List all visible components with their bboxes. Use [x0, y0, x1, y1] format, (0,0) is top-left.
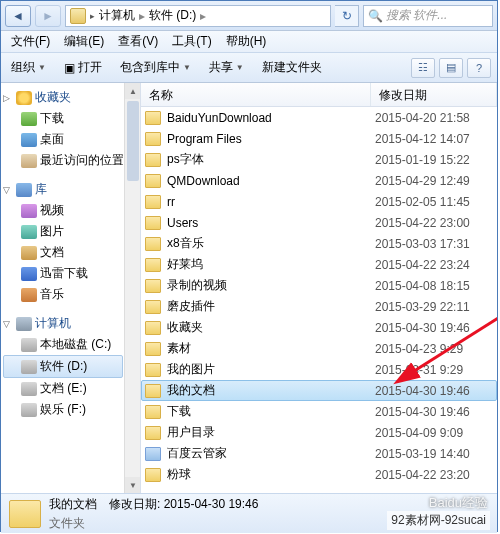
toolbar: 组织▼ ▣打开 包含到库中▼ 共享▼ 新建文件夹 ☷ ▤ ?: [1, 53, 497, 83]
sidebar-item[interactable]: 文档 (E:): [3, 378, 123, 399]
computer-icon: [16, 317, 32, 331]
file-row[interactable]: 收藏夹2015-04-30 19:46: [141, 317, 497, 338]
sidebar-item[interactable]: 图片: [3, 221, 123, 242]
file-row[interactable]: Program Files2015-04-12 14:07: [141, 128, 497, 149]
file-row[interactable]: 我的图片2015-03-31 9:29: [141, 359, 497, 380]
view-mode-button[interactable]: ☷: [411, 58, 435, 78]
file-row[interactable]: 下载2015-04-30 19:46: [141, 401, 497, 422]
folder-icon: [145, 321, 161, 335]
folder-icon: [9, 500, 41, 528]
sidebar-item[interactable]: 本地磁盘 (C:): [3, 334, 123, 355]
file-row[interactable]: Users2015-04-22 23:00: [141, 212, 497, 233]
mus-icon: [21, 288, 37, 302]
menu-file[interactable]: 文件(F): [5, 31, 56, 52]
folder-icon: [145, 132, 161, 146]
status-date: 2015-04-30 19:46: [164, 497, 259, 511]
star-icon: [16, 91, 32, 105]
folder-icon: [145, 195, 161, 209]
file-row[interactable]: QMDownload2015-04-29 12:49: [141, 170, 497, 191]
drv-icon: [21, 338, 37, 352]
file-row[interactable]: x8音乐2015-03-03 17:31: [141, 233, 497, 254]
folder-icon: [145, 426, 161, 440]
breadcrumb-part[interactable]: 计算机: [99, 7, 135, 24]
sidebar-item[interactable]: 桌面: [3, 129, 123, 150]
organize-button[interactable]: 组织▼: [7, 57, 50, 78]
share-button[interactable]: 共享▼: [205, 57, 248, 78]
sidebar-favorites[interactable]: ▷收藏夹: [3, 87, 123, 108]
open-icon: ▣: [64, 61, 75, 75]
sidebar-scrollbar[interactable]: ▲▼: [124, 83, 140, 493]
menubar: 文件(F) 编辑(E) 查看(V) 工具(T) 帮助(H): [1, 31, 497, 53]
desk-icon: [21, 133, 37, 147]
file-row[interactable]: 粉球2015-04-22 23:20: [141, 464, 497, 485]
drive-icon: [70, 8, 86, 24]
file-row[interactable]: 好莱坞2015-04-22 23:24: [141, 254, 497, 275]
file-row[interactable]: 录制的视频2015-04-08 18:15: [141, 275, 497, 296]
include-button[interactable]: 包含到库中▼: [116, 57, 195, 78]
open-button[interactable]: ▣打开: [60, 57, 106, 78]
drv-icon: [21, 403, 37, 417]
folder-icon: [145, 216, 161, 230]
status-name: 我的文档: [49, 496, 97, 513]
sidebar-item[interactable]: 最近访问的位置: [3, 150, 123, 171]
library-icon: [16, 183, 32, 197]
sidebar-item[interactable]: 文档: [3, 242, 123, 263]
file-row[interactable]: 用户目录2015-04-09 9:09: [141, 422, 497, 443]
file-row[interactable]: BaiduYunDownload2015-04-20 21:58: [141, 107, 497, 128]
breadcrumb-part[interactable]: 软件 (D:): [149, 7, 196, 24]
file-row[interactable]: 我的文档2015-04-30 19:46: [141, 380, 497, 401]
folder-icon: [145, 300, 161, 314]
back-button[interactable]: ◄: [5, 5, 31, 27]
refresh-button[interactable]: ↻: [335, 5, 359, 27]
column-date[interactable]: 修改日期: [371, 83, 497, 106]
file-row[interactable]: 磨皮插件2015-03-29 22:11: [141, 296, 497, 317]
folder-icon: [145, 174, 161, 188]
folder-icon: [145, 237, 161, 251]
folder-icon: [145, 363, 161, 377]
folder-icon: [145, 153, 161, 167]
folder-icon: [145, 468, 161, 482]
sidebar-libraries[interactable]: ▽库: [3, 179, 123, 200]
folder-icon: [145, 111, 161, 125]
file-row[interactable]: 百度云管家2015-03-19 14:40: [141, 443, 497, 464]
xl-icon: [21, 267, 37, 281]
file-row[interactable]: ps字体2015-01-19 15:22: [141, 149, 497, 170]
sidebar-item[interactable]: 软件 (D:): [3, 355, 123, 378]
forward-button[interactable]: ►: [35, 5, 61, 27]
vid-icon: [21, 204, 37, 218]
menu-tools[interactable]: 工具(T): [166, 31, 217, 52]
help-button[interactable]: ?: [467, 58, 491, 78]
drv-icon: [21, 360, 37, 374]
watermark: Baidu经验: [429, 494, 488, 512]
menu-help[interactable]: 帮助(H): [220, 31, 273, 52]
pic-icon: [21, 225, 37, 239]
sidebar-item[interactable]: 音乐: [3, 284, 123, 305]
sidebar-item[interactable]: 视频: [3, 200, 123, 221]
titlebar: ◄ ► ▸ 计算机 ▸ 软件 (D:) ▸ ↻ 🔍搜索 软件...: [1, 1, 497, 31]
folder-icon: [145, 279, 161, 293]
file-row[interactable]: 素材2015-04-23 9:29: [141, 338, 497, 359]
breadcrumb[interactable]: ▸ 计算机 ▸ 软件 (D:) ▸: [65, 5, 331, 27]
status-type: 文件夹: [49, 515, 258, 532]
dl-icon: [21, 112, 37, 126]
doc-icon: [21, 246, 37, 260]
file-list-pane: 名称 修改日期 BaiduYunDownload2015-04-20 21:58…: [141, 83, 497, 493]
file-row[interactable]: rr2015-02-05 11:45: [141, 191, 497, 212]
menu-edit[interactable]: 编辑(E): [58, 31, 110, 52]
drv-icon: [21, 382, 37, 396]
search-input[interactable]: 🔍搜索 软件...: [363, 5, 493, 27]
search-icon: 🔍: [368, 9, 383, 23]
sidebar-item[interactable]: 迅雷下载: [3, 263, 123, 284]
menu-view[interactable]: 查看(V): [112, 31, 164, 52]
column-name[interactable]: 名称: [141, 83, 371, 106]
sidebar-item[interactable]: 下载: [3, 108, 123, 129]
sidebar-computer[interactable]: ▽计算机: [3, 313, 123, 334]
sidebar-item[interactable]: 娱乐 (F:): [3, 399, 123, 420]
watermark: 92素材网-92sucai: [387, 511, 490, 530]
newfolder-button[interactable]: 新建文件夹: [258, 57, 326, 78]
folder-icon: [145, 384, 161, 398]
preview-pane-button[interactable]: ▤: [439, 58, 463, 78]
folder-icon: [145, 342, 161, 356]
recent-icon: [21, 154, 37, 168]
folder-icon: [145, 258, 161, 272]
